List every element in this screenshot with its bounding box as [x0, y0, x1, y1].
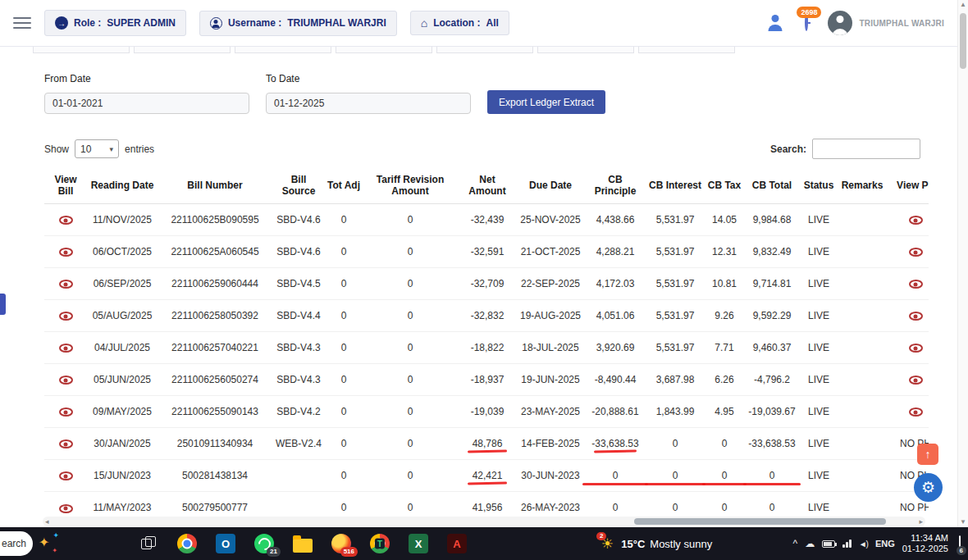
- support-agent-icon[interactable]: [765, 13, 785, 33]
- notification-center-icon[interactable]: 6: [959, 536, 961, 551]
- view-bill-eye-icon[interactable]: [59, 216, 73, 225]
- chrome-icon[interactable]: [176, 533, 198, 554]
- view-bill-eye-icon[interactable]: [59, 504, 73, 513]
- scroll-down-arrow[interactable]: ▼: [958, 517, 968, 527]
- username-chip[interactable]: Username : TRIUMPHAL WARJRI: [199, 11, 397, 36]
- view-photo-eye-icon[interactable]: [909, 407, 923, 417]
- view-bill-eye-icon[interactable]: [59, 471, 73, 480]
- onedrive-cloud-icon[interactable]: ☁: [805, 538, 815, 549]
- acrobat-icon[interactable]: A: [446, 533, 468, 554]
- tray-chevron-up-icon[interactable]: ^: [793, 538, 798, 549]
- vertical-scrollbar[interactable]: ▲ ▼: [957, 0, 968, 527]
- copilot-icon[interactable]: ✦ ✦ ✦: [38, 533, 57, 553]
- view-bill-eye-icon[interactable]: [59, 439, 73, 448]
- scroll-up-arrow[interactable]: ▲: [958, 0, 968, 10]
- sparkle-small-red: ✦: [52, 547, 57, 554]
- messaging-app-icon[interactable]: 516: [331, 533, 352, 554]
- horizontal-scroll-thumb[interactable]: [634, 518, 886, 525]
- cell-cb_tax: 7.71: [704, 332, 745, 364]
- col-header-cb_tax[interactable]: CB Tax: [704, 167, 745, 204]
- ledger-extract-panel: From Date To Date Export Ledger Extract …: [31, 47, 934, 527]
- cell-due_date: 19-JUN-2025: [517, 364, 584, 396]
- col-header-tariff_revision[interactable]: Tariff Revision Amount: [363, 167, 458, 204]
- col-header-cb_interest[interactable]: CB Interest: [646, 167, 704, 204]
- vertical-scroll-thumb[interactable]: [960, 13, 966, 69]
- cell-cb_total: 9,984.68: [745, 204, 799, 236]
- language-indicator[interactable]: ENG: [875, 539, 895, 549]
- role-chip[interactable]: → Role : SUPER ADMIN: [44, 10, 186, 36]
- scroll-to-top-button[interactable]: ↑: [917, 444, 938, 465]
- tab-stub[interactable]: [638, 47, 735, 53]
- tab-stub[interactable]: [33, 47, 130, 53]
- taskbar-search-box[interactable]: earch: [0, 531, 33, 556]
- view-bill-eye-icon[interactable]: [59, 280, 73, 289]
- cell-cb_tax: 0: [704, 460, 745, 492]
- whatsapp-icon[interactable]: 21: [253, 533, 275, 554]
- col-header-remarks[interactable]: Remarks: [838, 167, 886, 204]
- taskbar-clock[interactable]: 11:34 AM 01-12-2025: [902, 533, 948, 554]
- scroll-left-arrow[interactable]: ◂: [45, 517, 49, 526]
- from-date-input[interactable]: [44, 93, 249, 114]
- to-date-input[interactable]: [266, 93, 471, 114]
- cell-remarks: [838, 364, 886, 396]
- tab-stub[interactable]: [134, 47, 231, 53]
- date-filter-row: From Date To Date Export Ledger Extract: [31, 53, 934, 114]
- outlook-glyph: O: [216, 534, 235, 553]
- tab-stub[interactable]: [336, 47, 432, 53]
- col-header-net_amount[interactable]: Net Amount: [458, 167, 517, 204]
- view-photo-eye-icon[interactable]: [909, 248, 923, 257]
- tab-stub[interactable]: [537, 47, 634, 53]
- user-menu[interactable]: TRIUMPHAL WARJRI: [828, 11, 944, 35]
- col-header-reading_date[interactable]: Reading Date: [87, 167, 158, 204]
- tab-stub[interactable]: [235, 47, 331, 53]
- left-accent-tab[interactable]: [0, 294, 6, 315]
- cell-tot_adj: 0: [325, 396, 363, 428]
- col-header-bill_number[interactable]: Bill Number: [158, 167, 272, 204]
- network-signal-icon[interactable]: [842, 540, 852, 548]
- search-input[interactable]: [812, 139, 920, 159]
- tab-stub[interactable]: [436, 47, 533, 53]
- view-photo-eye-icon[interactable]: [909, 312, 923, 321]
- view-bill-eye-icon[interactable]: [59, 248, 73, 257]
- view-bill-eye-icon[interactable]: [59, 312, 73, 321]
- col-header-view_ph[interactable]: View Ph: [886, 167, 929, 204]
- view-photo-eye-icon[interactable]: [909, 216, 923, 225]
- col-header-status[interactable]: Status: [799, 167, 838, 204]
- scroll-right-arrow[interactable]: ▸: [919, 517, 923, 526]
- view-photo-eye-icon[interactable]: [909, 280, 923, 289]
- cell-due_date: 18-JUL-2025: [517, 332, 584, 364]
- cell-due_date: 22-SEP-2025: [517, 268, 584, 300]
- weather-widget[interactable]: ☀ 2 15°C Mostly sunny: [601, 527, 712, 560]
- location-chip[interactable]: ⌂ Location : All: [410, 11, 509, 35]
- cell-bill_source: SBD-V4.3: [272, 364, 325, 396]
- cell-net_amount: -19,039: [458, 396, 517, 428]
- view-photo-eye-icon[interactable]: [909, 344, 923, 353]
- red-underline-annotation: [743, 483, 801, 485]
- col-header-view_bill[interactable]: View Bill: [44, 167, 87, 204]
- excel-icon[interactable]: X: [408, 533, 429, 554]
- battery-icon[interactable]: [822, 540, 835, 548]
- cell-view_bill: [44, 204, 87, 236]
- col-header-due_date[interactable]: Due Date: [517, 167, 584, 204]
- col-header-cb_principle[interactable]: CB Principle: [584, 167, 646, 204]
- menu-icon[interactable]: [13, 17, 31, 29]
- view-photo-eye-icon[interactable]: [909, 376, 923, 385]
- history-notifications[interactable]: 2698: [805, 16, 808, 30]
- view-bill-eye-icon[interactable]: [59, 407, 73, 417]
- export-ledger-extract-button[interactable]: Export Ledger Extract: [487, 90, 605, 114]
- chrome-profile-icon[interactable]: T: [369, 533, 390, 554]
- task-view-icon[interactable]: [138, 533, 159, 554]
- horizontal-scrollbar[interactable]: ◂ ▸: [43, 517, 925, 526]
- view-bill-eye-icon[interactable]: [59, 344, 73, 353]
- col-header-bill_source[interactable]: Bill Source: [272, 167, 325, 204]
- file-explorer-icon[interactable]: [292, 533, 313, 554]
- page-size-select[interactable]: 10 ▾: [75, 139, 119, 158]
- speaker-icon[interactable]: ◄): [859, 540, 868, 549]
- col-header-tot_adj[interactable]: Tot Adj: [325, 167, 363, 204]
- settings-fab-button[interactable]: ⚙: [914, 473, 943, 502]
- cell-view_bill: [44, 268, 87, 300]
- cell-bill_source: SBD-V4.6: [272, 236, 325, 268]
- view-bill-eye-icon[interactable]: [59, 376, 73, 385]
- outlook-icon[interactable]: O: [215, 533, 236, 554]
- col-header-cb_total[interactable]: CB Total: [745, 167, 799, 204]
